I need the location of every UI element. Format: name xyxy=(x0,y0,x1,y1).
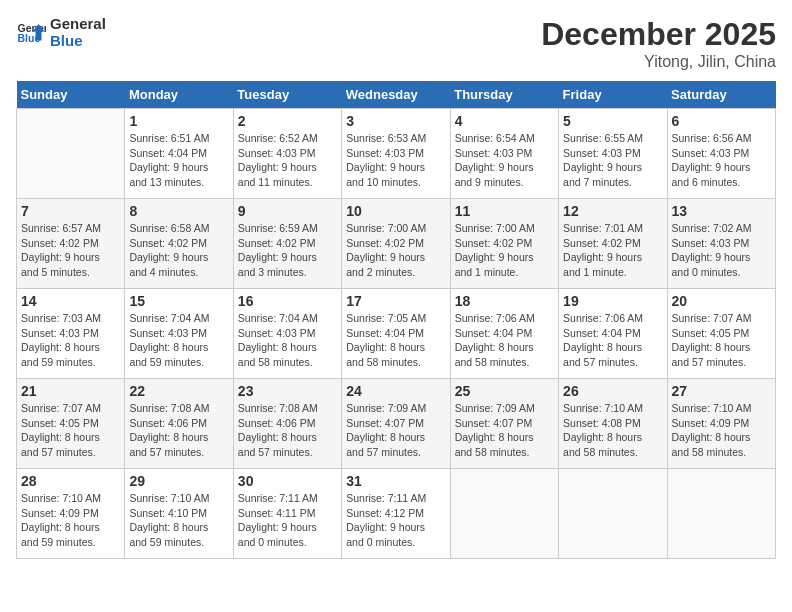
calendar-cell: 10Sunrise: 7:00 AM Sunset: 4:02 PM Dayli… xyxy=(342,199,450,289)
calendar-cell xyxy=(17,109,125,199)
logo: General Blue General Blue xyxy=(16,16,106,49)
calendar-cell: 3Sunrise: 6:53 AM Sunset: 4:03 PM Daylig… xyxy=(342,109,450,199)
day-number: 22 xyxy=(129,383,228,399)
day-info: Sunrise: 7:07 AM Sunset: 4:05 PM Dayligh… xyxy=(672,311,771,370)
calendar-cell: 11Sunrise: 7:00 AM Sunset: 4:02 PM Dayli… xyxy=(450,199,558,289)
calendar-cell: 12Sunrise: 7:01 AM Sunset: 4:02 PM Dayli… xyxy=(559,199,667,289)
day-info: Sunrise: 6:53 AM Sunset: 4:03 PM Dayligh… xyxy=(346,131,445,190)
day-number: 25 xyxy=(455,383,554,399)
day-number: 5 xyxy=(563,113,662,129)
day-number: 18 xyxy=(455,293,554,309)
day-number: 10 xyxy=(346,203,445,219)
calendar-cell: 22Sunrise: 7:08 AM Sunset: 4:06 PM Dayli… xyxy=(125,379,233,469)
day-number: 29 xyxy=(129,473,228,489)
calendar-cell: 6Sunrise: 6:56 AM Sunset: 4:03 PM Daylig… xyxy=(667,109,775,199)
day-number: 2 xyxy=(238,113,337,129)
day-info: Sunrise: 6:51 AM Sunset: 4:04 PM Dayligh… xyxy=(129,131,228,190)
calendar-cell: 16Sunrise: 7:04 AM Sunset: 4:03 PM Dayli… xyxy=(233,289,341,379)
day-info: Sunrise: 6:52 AM Sunset: 4:03 PM Dayligh… xyxy=(238,131,337,190)
day-number: 27 xyxy=(672,383,771,399)
calendar-cell: 14Sunrise: 7:03 AM Sunset: 4:03 PM Dayli… xyxy=(17,289,125,379)
day-info: Sunrise: 7:00 AM Sunset: 4:02 PM Dayligh… xyxy=(346,221,445,280)
weekday-header: Friday xyxy=(559,81,667,109)
day-number: 4 xyxy=(455,113,554,129)
page-header: General Blue General Blue December 2025 … xyxy=(16,16,776,71)
day-info: Sunrise: 7:10 AM Sunset: 4:08 PM Dayligh… xyxy=(563,401,662,460)
calendar-cell: 23Sunrise: 7:08 AM Sunset: 4:06 PM Dayli… xyxy=(233,379,341,469)
day-info: Sunrise: 7:10 AM Sunset: 4:10 PM Dayligh… xyxy=(129,491,228,550)
calendar-cell: 31Sunrise: 7:11 AM Sunset: 4:12 PM Dayli… xyxy=(342,469,450,559)
day-info: Sunrise: 7:10 AM Sunset: 4:09 PM Dayligh… xyxy=(21,491,120,550)
day-number: 20 xyxy=(672,293,771,309)
day-number: 31 xyxy=(346,473,445,489)
day-info: Sunrise: 6:54 AM Sunset: 4:03 PM Dayligh… xyxy=(455,131,554,190)
calendar-cell: 29Sunrise: 7:10 AM Sunset: 4:10 PM Dayli… xyxy=(125,469,233,559)
day-number: 16 xyxy=(238,293,337,309)
calendar-cell: 17Sunrise: 7:05 AM Sunset: 4:04 PM Dayli… xyxy=(342,289,450,379)
calendar-cell: 1Sunrise: 6:51 AM Sunset: 4:04 PM Daylig… xyxy=(125,109,233,199)
day-number: 21 xyxy=(21,383,120,399)
calendar-cell: 15Sunrise: 7:04 AM Sunset: 4:03 PM Dayli… xyxy=(125,289,233,379)
calendar-week-row: 21Sunrise: 7:07 AM Sunset: 4:05 PM Dayli… xyxy=(17,379,776,469)
calendar-table: SundayMondayTuesdayWednesdayThursdayFrid… xyxy=(16,81,776,559)
day-number: 1 xyxy=(129,113,228,129)
weekday-header: Saturday xyxy=(667,81,775,109)
calendar-week-row: 14Sunrise: 7:03 AM Sunset: 4:03 PM Dayli… xyxy=(17,289,776,379)
calendar-cell: 8Sunrise: 6:58 AM Sunset: 4:02 PM Daylig… xyxy=(125,199,233,289)
day-info: Sunrise: 7:02 AM Sunset: 4:03 PM Dayligh… xyxy=(672,221,771,280)
day-number: 12 xyxy=(563,203,662,219)
day-number: 15 xyxy=(129,293,228,309)
day-number: 24 xyxy=(346,383,445,399)
title-section: December 2025 Yitong, Jilin, China xyxy=(541,16,776,71)
calendar-body: 1Sunrise: 6:51 AM Sunset: 4:04 PM Daylig… xyxy=(17,109,776,559)
day-info: Sunrise: 7:00 AM Sunset: 4:02 PM Dayligh… xyxy=(455,221,554,280)
calendar-cell: 28Sunrise: 7:10 AM Sunset: 4:09 PM Dayli… xyxy=(17,469,125,559)
day-info: Sunrise: 7:01 AM Sunset: 4:02 PM Dayligh… xyxy=(563,221,662,280)
day-info: Sunrise: 7:03 AM Sunset: 4:03 PM Dayligh… xyxy=(21,311,120,370)
logo-general: General xyxy=(50,16,106,33)
day-info: Sunrise: 7:04 AM Sunset: 4:03 PM Dayligh… xyxy=(129,311,228,370)
calendar-cell: 7Sunrise: 6:57 AM Sunset: 4:02 PM Daylig… xyxy=(17,199,125,289)
weekday-header: Thursday xyxy=(450,81,558,109)
day-info: Sunrise: 7:09 AM Sunset: 4:07 PM Dayligh… xyxy=(455,401,554,460)
day-number: 13 xyxy=(672,203,771,219)
calendar-cell xyxy=(559,469,667,559)
logo-icon: General Blue xyxy=(16,18,46,48)
logo-blue: Blue xyxy=(50,33,106,50)
calendar-cell: 5Sunrise: 6:55 AM Sunset: 4:03 PM Daylig… xyxy=(559,109,667,199)
day-number: 9 xyxy=(238,203,337,219)
day-info: Sunrise: 6:57 AM Sunset: 4:02 PM Dayligh… xyxy=(21,221,120,280)
day-number: 3 xyxy=(346,113,445,129)
calendar-cell xyxy=(450,469,558,559)
calendar-cell: 24Sunrise: 7:09 AM Sunset: 4:07 PM Dayli… xyxy=(342,379,450,469)
day-number: 28 xyxy=(21,473,120,489)
day-number: 17 xyxy=(346,293,445,309)
day-info: Sunrise: 6:56 AM Sunset: 4:03 PM Dayligh… xyxy=(672,131,771,190)
day-info: Sunrise: 7:06 AM Sunset: 4:04 PM Dayligh… xyxy=(563,311,662,370)
day-info: Sunrise: 7:09 AM Sunset: 4:07 PM Dayligh… xyxy=(346,401,445,460)
calendar-cell: 19Sunrise: 7:06 AM Sunset: 4:04 PM Dayli… xyxy=(559,289,667,379)
calendar-week-row: 7Sunrise: 6:57 AM Sunset: 4:02 PM Daylig… xyxy=(17,199,776,289)
location-title: Yitong, Jilin, China xyxy=(541,53,776,71)
day-number: 8 xyxy=(129,203,228,219)
calendar-cell: 13Sunrise: 7:02 AM Sunset: 4:03 PM Dayli… xyxy=(667,199,775,289)
day-info: Sunrise: 7:10 AM Sunset: 4:09 PM Dayligh… xyxy=(672,401,771,460)
calendar-header-row: SundayMondayTuesdayWednesdayThursdayFrid… xyxy=(17,81,776,109)
day-number: 11 xyxy=(455,203,554,219)
weekday-header: Monday xyxy=(125,81,233,109)
day-number: 30 xyxy=(238,473,337,489)
day-info: Sunrise: 7:08 AM Sunset: 4:06 PM Dayligh… xyxy=(238,401,337,460)
day-info: Sunrise: 6:59 AM Sunset: 4:02 PM Dayligh… xyxy=(238,221,337,280)
weekday-header: Tuesday xyxy=(233,81,341,109)
calendar-week-row: 28Sunrise: 7:10 AM Sunset: 4:09 PM Dayli… xyxy=(17,469,776,559)
calendar-cell: 4Sunrise: 6:54 AM Sunset: 4:03 PM Daylig… xyxy=(450,109,558,199)
day-number: 14 xyxy=(21,293,120,309)
calendar-cell: 20Sunrise: 7:07 AM Sunset: 4:05 PM Dayli… xyxy=(667,289,775,379)
calendar-cell: 25Sunrise: 7:09 AM Sunset: 4:07 PM Dayli… xyxy=(450,379,558,469)
day-info: Sunrise: 7:05 AM Sunset: 4:04 PM Dayligh… xyxy=(346,311,445,370)
day-number: 19 xyxy=(563,293,662,309)
day-number: 23 xyxy=(238,383,337,399)
day-info: Sunrise: 7:11 AM Sunset: 4:12 PM Dayligh… xyxy=(346,491,445,550)
calendar-cell: 26Sunrise: 7:10 AM Sunset: 4:08 PM Dayli… xyxy=(559,379,667,469)
day-number: 26 xyxy=(563,383,662,399)
